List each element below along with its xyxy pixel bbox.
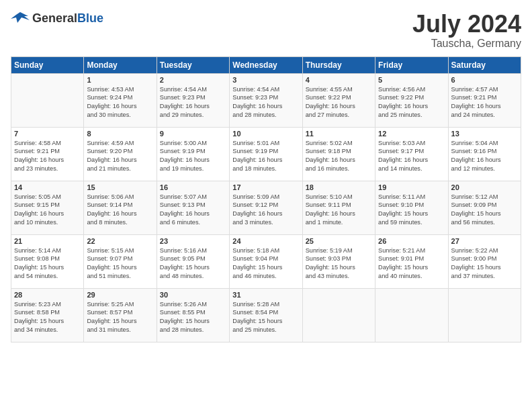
cell-text: and 27 minutes. <box>306 111 372 120</box>
cell-text: Sunrise: 5:12 AM <box>451 193 518 201</box>
cell-text: and 46 minutes. <box>232 272 299 281</box>
cell-text: Daylight: 16 hours <box>232 102 299 111</box>
cell-text: Sunrise: 5:00 AM <box>160 139 226 148</box>
cell-text: Sunrise: 5:23 AM <box>14 300 81 309</box>
calendar-cell: 19Sunrise: 5:11 AMSunset: 9:10 PMDayligh… <box>375 181 448 234</box>
cell-text: Sunrise: 5:28 AM <box>232 300 299 309</box>
day-number: 22 <box>87 237 153 245</box>
cell-text: Sunrise: 5:15 AM <box>87 246 153 255</box>
cell-text: Sunrise: 5:09 AM <box>232 193 299 201</box>
calendar-cell: 30Sunrise: 5:26 AMSunset: 8:55 PMDayligh… <box>157 288 229 342</box>
calendar-cell: 27Sunrise: 5:22 AMSunset: 9:00 PMDayligh… <box>448 234 521 288</box>
cell-text: Daylight: 16 hours <box>451 102 518 111</box>
cell-text: Sunrise: 4:59 AM <box>87 139 153 148</box>
cell-text: and 34 minutes. <box>14 326 81 334</box>
cell-text: Sunset: 9:01 PM <box>378 255 445 263</box>
cell-text: Sunrise: 5:10 AM <box>306 193 372 201</box>
cell-text: Daylight: 15 hours <box>14 263 81 272</box>
cell-text: and 25 minutes. <box>378 111 445 120</box>
col-thursday: Thursday <box>302 56 375 73</box>
calendar-cell: 3Sunrise: 4:54 AMSunset: 9:23 PMDaylight… <box>230 73 302 127</box>
cell-text: Sunset: 9:24 PM <box>87 93 153 102</box>
day-number: 21 <box>14 237 81 245</box>
cell-text: and 59 minutes. <box>378 218 445 227</box>
cell-text: Sunrise: 5:03 AM <box>378 139 445 148</box>
calendar-week-2: 7Sunrise: 4:58 AMSunset: 9:21 PMDaylight… <box>11 127 521 181</box>
cell-text: Daylight: 16 hours <box>378 156 445 165</box>
calendar-cell: 6Sunrise: 4:57 AMSunset: 9:21 PMDaylight… <box>448 73 521 127</box>
calendar-week-5: 28Sunrise: 5:23 AMSunset: 8:58 PMDayligh… <box>11 288 521 342</box>
cell-text: Sunset: 9:23 PM <box>160 93 226 102</box>
cell-text: and 10 minutes. <box>14 218 81 227</box>
calendar-cell: 7Sunrise: 4:58 AMSunset: 9:21 PMDaylight… <box>11 127 84 181</box>
cell-text: Sunrise: 4:54 AM <box>232 85 299 94</box>
day-number: 19 <box>378 183 445 191</box>
cell-text: Daylight: 16 hours <box>14 156 81 165</box>
day-number: 16 <box>160 183 226 191</box>
cell-text: Daylight: 15 hours <box>87 263 153 272</box>
cell-text: Sunrise: 5:14 AM <box>14 246 81 255</box>
calendar-cell <box>375 288 448 342</box>
cell-text: Daylight: 15 hours <box>232 263 299 272</box>
cell-text: Sunset: 9:18 PM <box>306 147 372 156</box>
cell-text: Daylight: 15 hours <box>160 317 226 326</box>
calendar-cell: 10Sunrise: 5:01 AMSunset: 9:19 PMDayligh… <box>230 127 302 181</box>
cell-text: Daylight: 16 hours <box>87 102 153 111</box>
calendar-week-1: 1Sunrise: 4:53 AMSunset: 9:24 PMDaylight… <box>11 73 521 127</box>
day-number: 17 <box>232 183 299 191</box>
title-block: July 2024 Tauscha, Germany <box>412 11 521 50</box>
location-title: Tauscha, Germany <box>412 38 521 50</box>
cell-text: and 30 minutes. <box>87 111 153 120</box>
col-saturday: Saturday <box>448 56 521 73</box>
cell-text: and 23 minutes. <box>14 165 81 173</box>
calendar-cell: 16Sunrise: 5:07 AMSunset: 9:13 PMDayligh… <box>157 181 229 234</box>
cell-text: Sunset: 9:19 PM <box>232 147 299 156</box>
cell-text: Daylight: 15 hours <box>378 263 445 272</box>
cell-text: Daylight: 16 hours <box>451 156 518 165</box>
cell-text: and 28 minutes. <box>232 111 299 120</box>
cell-text: Sunrise: 5:18 AM <box>232 246 299 255</box>
cell-text: Sunset: 9:03 PM <box>306 255 372 263</box>
cell-text: Sunset: 9:17 PM <box>378 147 445 156</box>
day-number: 4 <box>306 76 372 84</box>
day-number: 31 <box>232 291 299 299</box>
cell-text: Daylight: 16 hours <box>306 210 372 218</box>
day-number: 25 <box>306 237 372 245</box>
cell-text: Daylight: 16 hours <box>160 156 226 165</box>
cell-text: and 31 minutes. <box>87 326 153 334</box>
cell-text: Sunrise: 5:02 AM <box>306 139 372 148</box>
calendar-cell: 28Sunrise: 5:23 AMSunset: 8:58 PMDayligh… <box>11 288 84 342</box>
calendar-week-4: 21Sunrise: 5:14 AMSunset: 9:08 PMDayligh… <box>11 234 521 288</box>
logo-blue: Blue <box>77 11 103 25</box>
cell-text: Sunset: 9:09 PM <box>451 201 518 210</box>
cell-text: Daylight: 15 hours <box>306 263 372 272</box>
cell-text: Sunrise: 5:05 AM <box>14 193 81 201</box>
cell-text: Sunset: 9:04 PM <box>232 255 299 263</box>
calendar-cell: 22Sunrise: 5:15 AMSunset: 9:07 PMDayligh… <box>84 234 157 288</box>
day-number: 1 <box>87 76 153 84</box>
cell-text: Sunrise: 4:53 AM <box>87 85 153 94</box>
day-number: 2 <box>160 76 226 84</box>
calendar-cell: 26Sunrise: 5:21 AMSunset: 9:01 PMDayligh… <box>375 234 448 288</box>
calendar-cell: 29Sunrise: 5:25 AMSunset: 8:57 PMDayligh… <box>84 288 157 342</box>
cell-text: Sunset: 9:00 PM <box>451 255 518 263</box>
cell-text: Sunset: 9:07 PM <box>87 255 153 263</box>
cell-text: Daylight: 15 hours <box>451 210 518 218</box>
day-number: 27 <box>451 237 518 245</box>
cell-text: Daylight: 15 hours <box>160 263 226 272</box>
cell-text: Sunrise: 5:25 AM <box>87 300 153 309</box>
logo-text: GeneralBlue <box>32 11 103 26</box>
cell-text: and 29 minutes. <box>160 111 226 120</box>
day-number: 29 <box>87 291 153 299</box>
cell-text: Sunrise: 4:58 AM <box>14 139 81 148</box>
cell-text: Sunrise: 5:11 AM <box>378 193 445 201</box>
cell-text: Sunset: 9:12 PM <box>232 201 299 210</box>
calendar-cell <box>11 73 84 127</box>
cell-text: and 51 minutes. <box>87 272 153 281</box>
day-number: 26 <box>378 237 445 245</box>
cell-text: and 48 minutes. <box>160 272 226 281</box>
cell-text: Daylight: 16 hours <box>232 210 299 218</box>
cell-text: Sunset: 9:14 PM <box>87 201 153 210</box>
cell-text: Daylight: 16 hours <box>160 102 226 111</box>
cell-text: Sunrise: 5:01 AM <box>232 139 299 148</box>
